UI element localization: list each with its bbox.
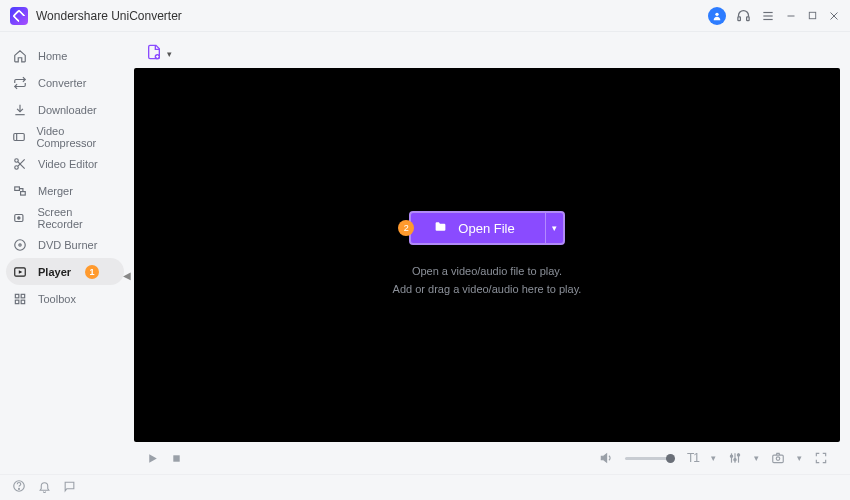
svg-rect-26 [21,300,25,304]
sidebar-item-label: Downloader [38,104,97,116]
sidebar-item-label: Home [38,50,67,62]
sidebar-item-label: Video Compressor [36,125,118,149]
svg-point-0 [715,12,718,15]
svg-point-20 [19,243,21,245]
svg-marker-30 [601,454,606,462]
converter-icon [12,76,28,90]
add-document-icon [146,43,162,65]
viewer-hint: Open a video/audio file to play. Add or … [393,263,582,298]
sidebar-item-downloader[interactable]: Downloader [0,96,130,123]
sidebar-item-player[interactable]: Player 1 [6,258,124,285]
sidebar-item-label: DVD Burner [38,239,97,251]
audio-settings-button[interactable] [728,451,742,465]
scissors-icon [12,157,28,171]
avatar-icon[interactable] [708,7,726,25]
fullscreen-button[interactable] [814,451,828,465]
svg-rect-2 [747,17,750,21]
sidebar-item-converter[interactable]: Converter [0,69,130,96]
sidebar-item-editor[interactable]: Video Editor [0,150,130,177]
chevron-down-icon[interactable]: ▾ [797,453,802,463]
chevron-down-icon[interactable]: ▾ [711,453,716,463]
player-icon [12,265,28,279]
sidebar-item-recorder[interactable]: Screen Recorder [0,204,130,231]
folder-icon [433,220,448,236]
svg-rect-15 [15,186,20,190]
main-area: ▾ 2 Open File ▾ Open a video/audio file … [130,32,850,474]
svg-rect-23 [15,294,19,298]
svg-point-11 [15,158,19,162]
sidebar-item-label: Screen Recorder [37,206,118,230]
subtitle-button[interactable]: T1 [687,451,699,465]
step-marker: 2 [398,220,414,236]
chevron-down-icon: ▾ [167,49,172,59]
svg-point-12 [15,165,19,169]
menu-icon[interactable] [761,9,775,23]
recorder-icon [12,211,27,225]
toolbox-icon [12,292,28,306]
sidebar-item-home[interactable]: Home [0,42,130,69]
sidebar-item-label: Merger [38,185,73,197]
headset-icon[interactable] [736,8,751,23]
sidebar-item-label: Player [38,266,71,278]
minimize-button[interactable] [785,10,797,22]
open-file-button-group: Open File ▾ [409,211,564,245]
svg-point-40 [19,488,20,489]
feedback-icon[interactable] [63,479,76,497]
open-file-dropdown[interactable]: ▾ [545,213,563,243]
player-controls: T1 ▾ ▾ ▾ [134,442,840,474]
sidebar-item-toolbox[interactable]: Toolbox [0,285,130,312]
volume-icon[interactable] [599,451,613,465]
svg-point-34 [730,455,732,457]
sidebar-item-label: Toolbox [38,293,76,305]
svg-rect-29 [173,455,179,461]
chevron-down-icon[interactable]: ▾ [754,453,759,463]
add-file-button[interactable]: ▾ [146,43,172,65]
video-viewer[interactable]: 2 Open File ▾ Open a video/audio file to… [134,68,840,442]
sidebar-item-merger[interactable]: Merger [0,177,130,204]
merger-icon [12,184,28,198]
svg-rect-16 [21,191,26,195]
home-icon [12,49,28,63]
svg-rect-7 [809,12,815,18]
help-icon[interactable] [12,479,26,497]
collapse-sidebar-button[interactable]: ◀ [123,270,131,281]
svg-rect-1 [738,17,741,21]
maximize-button[interactable] [807,10,818,21]
close-button[interactable] [828,10,840,22]
sidebar-item-dvd[interactable]: DVD Burner [0,231,130,258]
toolbar: ▾ [134,40,840,68]
sidebar-item-compressor[interactable]: Video Compressor [0,123,130,150]
open-file-button[interactable]: Open File [411,220,544,236]
svg-marker-28 [149,454,157,463]
volume-slider[interactable] [625,457,675,460]
sidebar: Home Converter Downloader Video Compress… [0,32,130,474]
svg-rect-37 [773,455,784,463]
open-file-label: Open File [458,221,514,236]
svg-rect-25 [15,300,19,304]
svg-point-35 [734,459,736,461]
bell-icon[interactable] [38,479,51,497]
hint-line: Add or drag a video/audio here to play. [393,281,582,299]
svg-rect-10 [14,133,25,140]
svg-point-38 [776,457,780,461]
hint-line: Open a video/audio file to play. [393,263,582,281]
svg-point-19 [15,239,26,250]
play-button[interactable] [146,452,159,465]
svg-point-36 [737,454,739,456]
svg-rect-24 [21,294,25,298]
snapshot-button[interactable] [771,451,785,465]
titlebar: Wondershare UniConverter [0,0,850,32]
download-icon [12,103,28,117]
sidebar-item-label: Video Editor [38,158,98,170]
titlebar-actions [708,7,840,25]
svg-marker-22 [19,270,22,274]
app-title: Wondershare UniConverter [36,9,708,23]
sidebar-item-label: Converter [38,77,86,89]
compressor-icon [12,130,26,144]
statusbar [0,474,850,500]
stop-button[interactable] [171,453,182,464]
app-logo-icon [10,7,28,25]
sidebar-badge: 1 [85,265,99,279]
svg-point-18 [17,216,19,218]
disc-icon [12,238,28,252]
